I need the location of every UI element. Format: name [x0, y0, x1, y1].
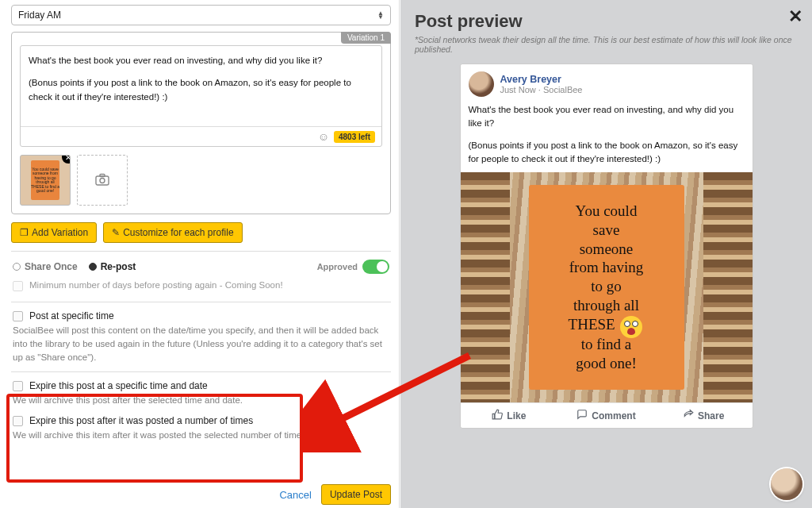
schedule-select-value: Friday AM	[18, 10, 61, 21]
image-text-word: THESE	[569, 316, 615, 333]
comment-button[interactable]: Comment	[557, 403, 655, 428]
camera-icon	[95, 173, 109, 188]
preview-meta-app: SocialBee	[543, 85, 583, 94]
preview-image: You could save someone from having to go…	[461, 172, 753, 402]
char-counter: 4803 left	[334, 131, 375, 143]
scream-emoji-icon	[620, 316, 642, 338]
pencil-icon: ✎	[112, 227, 120, 238]
avatar	[469, 71, 494, 97]
min-days-checkbox	[13, 281, 23, 291]
like-icon	[492, 409, 503, 422]
image-text-line: through all	[573, 296, 639, 315]
share-section: Share Once Re-post Approved Minimum numb…	[11, 251, 391, 302]
facebook-preview-card: Avery Breyer Just Now · SocialBee What's…	[460, 64, 753, 429]
editor-pane: Friday AM ▲▼ Variation 1 What's the best…	[3, 0, 400, 508]
post-text-line: (Bonus points if you post a link to the …	[29, 76, 373, 105]
share-button[interactable]: Share	[655, 403, 753, 428]
add-variation-label: Add Variation	[32, 227, 88, 238]
specific-time-label: Post at specific time	[29, 310, 114, 321]
help-avatar-button[interactable]	[771, 468, 802, 500]
post-textarea[interactable]: What's the best book you ever read on in…	[20, 45, 382, 147]
image-text-line: to go	[591, 277, 622, 296]
image-text-line: to find a	[581, 335, 631, 354]
preview-author: Avery Breyer	[500, 74, 583, 85]
preview-pane: ✕ Post preview *Social networks tweak th…	[400, 0, 812, 508]
media-thumbnail[interactable]: You could save someone from having to go…	[20, 155, 71, 206]
update-post-button[interactable]: Update Post	[321, 484, 391, 505]
min-days-label: Minimum number of days before posting ag…	[29, 280, 283, 290]
image-text-line: someone	[580, 240, 634, 259]
svg-point-2	[100, 178, 105, 183]
repost-radio[interactable]: Re-post	[89, 261, 136, 272]
footer-actions: Cancel Update Post	[279, 484, 391, 505]
preview-meta-time: Just Now	[500, 85, 536, 94]
approved-toggle[interactable]	[362, 260, 389, 274]
share-once-label: Share Once	[25, 261, 78, 272]
media-row: You could save someone from having to go…	[12, 147, 390, 214]
specific-time-desc: SocialBee will post this content on the …	[13, 324, 389, 364]
repost-label: Re-post	[101, 261, 136, 272]
expire-count-desc: We will archive this item after it was p…	[13, 429, 389, 442]
copy-icon: ❐	[20, 227, 29, 238]
close-icon[interactable]: ✕	[788, 6, 802, 27]
variation-card: Variation 1 What's the best book you eve…	[11, 32, 391, 214]
specific-time-section: Post at specific time SocialBee will pos…	[11, 302, 391, 371]
add-media-button[interactable]	[77, 155, 128, 206]
image-text-line: You could	[576, 202, 638, 221]
expire-date-desc: We will archive this post after the sele…	[13, 394, 389, 407]
image-text-line: from having	[569, 258, 643, 277]
add-variation-button[interactable]: ❐ Add Variation	[11, 222, 97, 243]
chevron-updown-icon: ▲▼	[377, 11, 384, 19]
image-text-line: save	[593, 221, 620, 240]
update-post-label: Update Post	[330, 489, 382, 500]
image-text-line: THESE	[569, 315, 645, 336]
customize-button[interactable]: ✎ Customize for each profile	[103, 222, 242, 243]
comment-icon	[576, 409, 588, 422]
expire-date-section: Expire this post at a specific time and …	[11, 371, 391, 412]
cancel-button[interactable]: Cancel	[279, 489, 311, 501]
expire-count-checkbox[interactable]	[13, 416, 23, 426]
preview-body-line: (Bonus points if you post a link to the …	[469, 139, 745, 167]
expire-date-label: Expire this post at a specific time and …	[29, 380, 208, 391]
schedule-select[interactable]: Friday AM ▲▼	[11, 5, 391, 25]
preview-note: *Social networks tweak their design all …	[415, 35, 798, 54]
post-text-line: What's the best book you ever read on in…	[29, 54, 373, 68]
preview-header: Avery Breyer Just Now · SocialBee	[461, 64, 753, 100]
expire-count-label: Expire this post after it was posted a n…	[29, 415, 253, 426]
expire-count-section: Expire this post after it was posted a n…	[11, 412, 391, 450]
like-label: Like	[507, 410, 526, 421]
preview-body-line: What's the best book you ever read on in…	[469, 103, 745, 131]
like-button[interactable]: Like	[461, 403, 558, 428]
post-textarea-content: What's the best book you ever read on in…	[21, 46, 381, 126]
preview-title: Post preview	[415, 11, 798, 32]
customize-label: Customize for each profile	[123, 227, 233, 238]
share-label: Share	[698, 410, 724, 421]
share-icon	[683, 409, 694, 422]
preview-meta: Just Now · SocialBee	[500, 85, 583, 94]
expire-date-checkbox[interactable]	[13, 381, 23, 391]
preview-image-text-card: You could save someone from having to go…	[529, 185, 684, 390]
preview-body: What's the best book you ever read on in…	[461, 100, 753, 172]
preview-actions: Like Comment Share	[461, 402, 753, 428]
image-text-line: good one!	[576, 354, 637, 373]
variation-tab[interactable]: Variation 1	[341, 32, 391, 44]
variation-buttons: ❐ Add Variation ✎ Customize for each pro…	[11, 222, 391, 243]
comment-label: Comment	[592, 410, 635, 421]
remove-media-icon[interactable]: ✕	[62, 155, 71, 164]
svg-rect-0	[96, 176, 109, 185]
emoji-picker-icon[interactable]: ☺	[318, 130, 329, 143]
share-once-radio[interactable]: Share Once	[13, 261, 78, 272]
textarea-footer: ☺ 4803 left	[21, 126, 381, 146]
approved-label: Approved	[317, 262, 358, 271]
svg-rect-1	[100, 174, 105, 176]
share-mode-radios: Share Once Re-post	[13, 261, 136, 272]
specific-time-checkbox[interactable]	[13, 311, 23, 321]
